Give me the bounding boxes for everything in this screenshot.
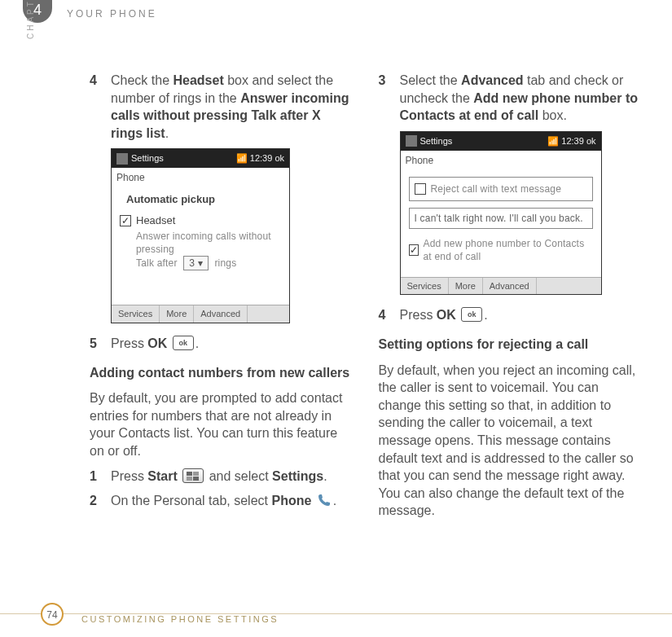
right-column: 3 Select the Advanced tab and check or u…: [379, 72, 640, 580]
text: .: [333, 494, 336, 507]
bold-start: Start: [147, 469, 177, 483]
start-flag-icon: [116, 153, 128, 165]
headset-label: Headset: [136, 213, 175, 228]
step-5: 5 Press OK .: [90, 335, 351, 353]
add-number-label: Add new phone number to Contacts at end …: [424, 237, 593, 263]
paragraph: By default, when you reject an incoming …: [379, 362, 640, 520]
reject-label: Reject call with text message: [431, 182, 562, 195]
step-number: 5: [90, 335, 111, 353]
rings-dropdown[interactable]: 3 ▾: [183, 256, 209, 270]
screenshot-automatic-pickup: Settings 📶 12:39 ok Phone Automatic pick…: [111, 148, 290, 323]
tab-services[interactable]: Services: [401, 278, 449, 295]
add-number-row: Add new phone number to Contacts at end …: [409, 237, 593, 263]
add-number-checkbox[interactable]: [409, 244, 419, 256]
running-head: YOUR PHONE: [67, 8, 157, 20]
step-number: 1: [90, 468, 111, 485]
svg-rect-3: [193, 477, 199, 481]
ok-button-icon: [461, 307, 482, 322]
signal-icon: 📶: [547, 136, 559, 146]
footer-section-title: CUSTOMIZING PHONE SETTINGS: [81, 614, 279, 624]
phone-icon: [317, 493, 332, 507]
text: Press: [400, 308, 437, 322]
bold-ok: OK: [147, 336, 167, 350]
bold-ok: OK: [437, 308, 456, 322]
text: On the Personal tab, select: [111, 494, 271, 507]
text: box.: [538, 108, 567, 122]
window-title: Settings: [420, 135, 453, 147]
step-3: 3 Select the Advanced tab and check or u…: [379, 72, 640, 125]
step-number: 4: [379, 306, 400, 324]
tab-advanced[interactable]: Advanced: [194, 305, 248, 323]
talk-after-row: Talk after 3 ▾ rings: [120, 256, 281, 270]
answer-line: Answer incoming calls without pressing: [120, 230, 281, 256]
rings-label: rings: [214, 257, 236, 269]
svg-rect-0: [187, 472, 192, 476]
step-4: 4 Check the Headset box and select the n…: [90, 72, 351, 142]
footer: 74 CUSTOMIZING PHONE SETTINGS: [0, 613, 672, 619]
text: .: [165, 126, 169, 140]
signal-icon: 📶: [236, 153, 248, 163]
tabs-row: Services More Advanced: [401, 277, 601, 295]
tab-more[interactable]: More: [160, 305, 194, 323]
text: Press: [111, 469, 147, 483]
text: .: [323, 469, 327, 483]
titlebar: Settings 📶 12:39 ok: [401, 132, 601, 151]
tab-more[interactable]: More: [449, 278, 483, 295]
text: .: [195, 336, 199, 350]
tabs-row: Services More Advanced: [112, 305, 289, 323]
bold-phone: Phone: [271, 494, 311, 507]
ok-button-icon: [173, 336, 194, 350]
status-area: 📶 12:39 ok: [547, 135, 595, 147]
step-1: 1 Press Start and select Settings.: [90, 468, 351, 485]
screen-name: Phone: [112, 168, 289, 187]
talk-after-label: Talk after: [136, 257, 178, 269]
heading-adding-contacts: Adding contact numbers from new callers: [90, 364, 351, 382]
page-number-badge: 74: [41, 603, 64, 626]
step-body: Press OK .: [400, 306, 640, 324]
text: and select: [205, 469, 272, 483]
reject-checkbox[interactable]: [415, 183, 426, 195]
ok-indicator: ok: [275, 153, 284, 163]
bold-settings: Settings: [272, 469, 323, 483]
step-body: On the Personal tab, select Phone .: [111, 492, 351, 510]
bold-headset: Headset: [173, 73, 223, 87]
text: Press: [111, 336, 147, 350]
status-area: 📶 12:39 ok: [236, 152, 284, 165]
svg-rect-2: [187, 477, 192, 481]
window-title: Settings: [131, 152, 164, 165]
step-body: Press OK .: [111, 335, 351, 353]
titlebar: Settings 📶 12:39 ok: [112, 149, 289, 168]
step-number: 3: [379, 72, 400, 125]
start-flag-icon: [406, 135, 417, 147]
group-heading: Automatic pickup: [120, 191, 281, 212]
paragraph: By default, you are prompted to add cont…: [90, 389, 351, 459]
clock: 12:39: [250, 153, 273, 163]
bold-advanced: Advanced: [461, 73, 523, 87]
step-number: 2: [90, 492, 111, 510]
left-column: 4 Check the Headset box and select the n…: [90, 72, 351, 580]
headset-checkbox-row: Headset: [120, 213, 281, 228]
step-body: Select the Advanced tab and check or unc…: [400, 72, 640, 125]
svg-rect-1: [193, 472, 199, 476]
screen-name: Phone: [401, 151, 601, 170]
heading-rejecting-call: Setting options for rejecting a call: [379, 336, 640, 354]
step-body: Press Start and select Settings.: [111, 468, 351, 485]
screenshot-advanced-tab: Settings 📶 12:39 ok Phone Reject call wi…: [400, 131, 602, 296]
chapter-side-label: CHAPTER: [26, 0, 35, 39]
tab-advanced[interactable]: Advanced: [483, 278, 537, 295]
reject-option-box: Reject call with text message: [409, 177, 593, 201]
text: Select the: [400, 73, 462, 87]
reply-message-field[interactable]: I can't talk right now. I'll call you ba…: [409, 208, 593, 229]
step-4b: 4 Press OK .: [379, 306, 640, 324]
headset-checkbox[interactable]: [120, 215, 131, 226]
text: Check the: [111, 73, 173, 87]
step-2: 2 On the Personal tab, select Phone .: [90, 492, 351, 510]
step-body: Check the Headset box and select the num…: [111, 72, 351, 142]
clock: 12:39: [561, 136, 584, 146]
ok-indicator: ok: [586, 136, 596, 146]
start-button-icon: [182, 468, 204, 483]
step-number: 4: [90, 72, 111, 142]
text: .: [484, 308, 487, 322]
tab-services[interactable]: Services: [112, 305, 160, 323]
